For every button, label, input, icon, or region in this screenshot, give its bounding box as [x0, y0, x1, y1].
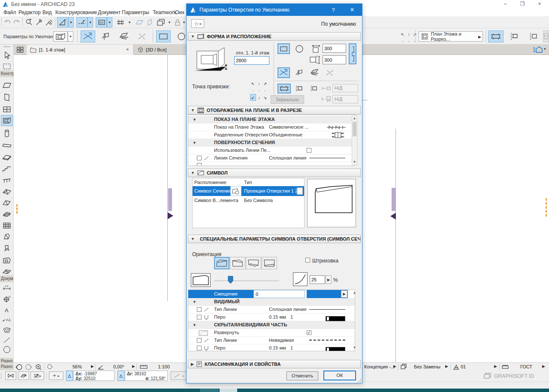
snap-guides-dropdown[interactable]: ▾ — [87, 17, 93, 27]
menu-view[interactable]: Вид — [41, 9, 54, 16]
opening-shape-rect-button[interactable] — [278, 43, 290, 54]
orientation-2-button[interactable] — [230, 257, 245, 269]
opening-tool-dropdown[interactable]: ▾ — [68, 31, 73, 42]
slant-mode-2-button[interactable] — [293, 67, 305, 78]
pen-hidden-color-swatch[interactable] — [326, 347, 345, 351]
tracker-xy-icon[interactable]: Δ — [66, 371, 73, 381]
cancel-button[interactable]: Отменить — [287, 371, 318, 380]
tool-object[interactable] — [1, 243, 13, 254]
snap-point-button[interactable]: +▸ — [49, 371, 63, 380]
toolbox-group-construct[interactable]: Констр — [0, 70, 14, 77]
tab-floor-plan[interactable]: [1. 1-й этаж] × — [27, 45, 134, 55]
display-row-plan-show[interactable]: Показ на Плане ЭтажаСимволическое ... — [188, 124, 355, 131]
opening-shape-circle-button[interactable] — [293, 43, 305, 54]
display-row-use-lines[interactable]: Использовать Линии Пе... — [188, 147, 355, 154]
tool-column[interactable] — [1, 128, 13, 139]
link-dimensions-button[interactable] — [349, 43, 356, 64]
layer-combination-dropdown[interactable]: ▶ — [445, 364, 448, 368]
tool-railing[interactable] — [1, 175, 13, 186]
dimension-style-dropdown[interactable]: ▶ — [542, 364, 545, 368]
dy-value[interactable]: 32510 — [84, 376, 96, 381]
tool-curtain-wall[interactable] — [1, 220, 13, 231]
section-arrow-right[interactable] — [390, 213, 396, 220]
elevation-marker-left[interactable] — [16, 204, 18, 214]
renovation-filter-value[interactable]: Концепция -... — [364, 364, 395, 370]
symbolic-display-button[interactable] — [488, 30, 504, 42]
limit-mode-2-button[interactable] — [293, 84, 306, 93]
tool-beam[interactable] — [1, 140, 13, 151]
orientation-dropdown[interactable]: ▶ — [132, 364, 135, 368]
tool-slab[interactable] — [1, 152, 13, 163]
pick-up-parameters-icon[interactable] — [24, 18, 34, 27]
params-scroll-down-icon[interactable]: ▼ — [352, 345, 357, 350]
renovation-filter-dropdown[interactable]: ▶ — [393, 364, 396, 368]
scroll-up-icon[interactable]: ▲ — [352, 116, 357, 121]
tab-close-icon[interactable]: × — [126, 47, 129, 52]
syringe-icon[interactable] — [44, 18, 54, 27]
tool-shell[interactable] — [1, 197, 13, 208]
section-special-header[interactable]: ▼ СПЕЦИАЛЬНЫЕ ПАРАМЕТРЫ СИМВОЛА ОТВЕРСТИ… — [188, 235, 361, 243]
section-symbol-header[interactable]: ▼ СИМВОЛ — [188, 169, 361, 177]
cut-mode-1-button[interactable] — [81, 30, 95, 42]
anchor-r[interactable]: · — [412, 38, 418, 45]
display-subheader-2[interactable]: ▼ПОВЕРХНОСТИ СЕЧЕНИЯ — [188, 139, 355, 147]
scale-icon[interactable] — [140, 365, 148, 369]
pen-set-value[interactable]: 01 Существующ... — [461, 364, 496, 370]
anchor-l[interactable]: · — [400, 38, 406, 45]
display-scrollbar[interactable]: ▲ ▼ — [352, 115, 357, 165]
tool-arrow[interactable] — [1, 50, 13, 61]
ap-tr[interactable]: ↗ — [262, 80, 268, 87]
redo-button[interactable] — [12, 18, 21, 27]
projected-display-button[interactable] — [507, 30, 522, 42]
section-marker-handle-right[interactable] — [392, 188, 395, 211]
layer-combination-icon[interactable] — [401, 364, 407, 370]
anchor-t[interactable]: ↑ — [406, 31, 412, 38]
cut-display-button[interactable] — [526, 30, 541, 42]
height-input[interactable] — [323, 55, 346, 64]
menu-design[interactable]: Конструирование — [54, 9, 99, 16]
ap-br[interactable]: ↘ — [262, 94, 268, 101]
menu-options[interactable]: Параметры — [120, 9, 151, 16]
params-subheader-hidden[interactable]: ▼СКРЫТАЯ/НЕВИДИМАЯ ЧАСТЬ — [188, 321, 355, 329]
tool-door[interactable] — [1, 92, 13, 103]
ok-button[interactable]: ОК — [323, 371, 356, 380]
pen-color-swatch[interactable] — [326, 316, 345, 321]
dimension-style-icon[interactable] — [502, 365, 509, 369]
undo-button[interactable] — [3, 18, 12, 27]
dimension-style-value[interactable]: ГОСТ — [511, 364, 541, 370]
tool-shell-2[interactable] — [1, 231, 13, 242]
orientation-3-button[interactable] — [246, 257, 261, 269]
ap-c[interactable]: · — [256, 87, 262, 94]
params-subheader-visible[interactable]: ▼ВИДИМЫЙ — [188, 298, 355, 306]
orientation-1-button[interactable] — [214, 257, 229, 269]
marquee-restrict-button[interactable] — [5, 371, 16, 380]
frame-button[interactable] — [155, 18, 166, 27]
ap-tl[interactable]: ↖ — [250, 80, 256, 87]
symbol-row-cut[interactable]: Символ Сечения Проекция Отверстия 1 23 ▶ — [193, 186, 304, 196]
fit-in-window-icon[interactable] — [46, 364, 53, 370]
slant-mode-1-button[interactable] — [278, 67, 290, 78]
lock-dropdown[interactable]: ▾ — [182, 18, 186, 27]
minimize-button[interactable]: – — [497, 0, 514, 8]
back-view-icon[interactable] — [15, 364, 23, 370]
elevation-marker-right[interactable] — [546, 198, 547, 217]
offset-expand-button[interactable]: ▶ — [341, 290, 347, 298]
grid-snap-dropdown[interactable]: ▾ — [127, 18, 132, 27]
section-line-left[interactable] — [167, 55, 168, 301]
tool-wall[interactable] — [1, 80, 13, 91]
tool-opening[interactable] — [1, 115, 13, 126]
tool-roof[interactable] — [1, 186, 13, 197]
gravity-button[interactable] — [18, 371, 29, 380]
resize-grip[interactable] — [357, 378, 361, 382]
expand-checkbox[interactable]: ✓ — [307, 330, 311, 335]
frame-dropdown[interactable]: ▾ — [167, 18, 172, 27]
pen-checkbox[interactable] — [197, 315, 202, 320]
distortion-percent-input[interactable] — [310, 275, 325, 284]
tracker-polar-icon[interactable]: Δ — [118, 371, 124, 381]
anchor-tr[interactable]: ↗ — [412, 31, 418, 38]
orientation-4-button[interactable] — [262, 257, 277, 269]
scroll-down-icon[interactable]: ▼ — [352, 160, 357, 165]
param-row-offset[interactable]: Смещение 0 ▶ — [188, 290, 355, 298]
guide-lines-button[interactable] — [57, 17, 68, 27]
zoom-level-value[interactable]: 56% — [64, 364, 90, 370]
